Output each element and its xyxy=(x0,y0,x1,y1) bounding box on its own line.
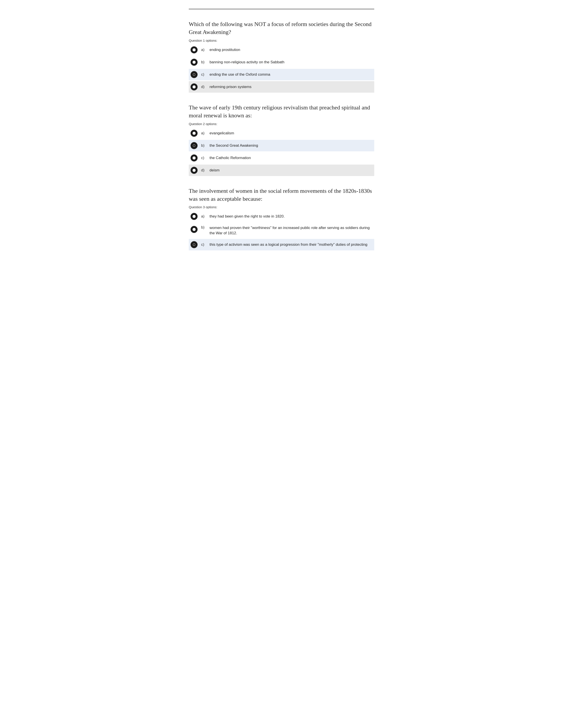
option-text-q3-1: women had proven their "worthiness" for … xyxy=(209,225,373,236)
question-label-q3: Question 3 options: xyxy=(189,205,374,209)
option-letter-q1-1: b) xyxy=(201,60,208,64)
radio-button-q1-0[interactable] xyxy=(190,46,197,53)
option-letter-q2-3: d) xyxy=(201,168,208,173)
option-letter-q2-2: c) xyxy=(201,156,208,160)
option-row-q3-1[interactable]: b)women had proven their "worthiness" fo… xyxy=(189,223,374,238)
option-text-q1-3: reforming prison systems xyxy=(209,84,373,90)
question-title-q1: Which of the following was NOT a focus o… xyxy=(189,20,374,36)
radio-button-q2-1[interactable] xyxy=(190,142,197,149)
option-letter-q1-2: c) xyxy=(201,72,208,77)
option-text-q1-0: ending prostitution xyxy=(209,47,373,53)
option-row-q3-0[interactable]: a)they had been given the right to vote … xyxy=(189,211,374,222)
question-block-q1: Which of the following was NOT a focus o… xyxy=(189,20,374,93)
option-letter-q3-2: c) xyxy=(201,242,208,247)
option-text-q1-2: ending the use of the Oxford comma xyxy=(209,72,373,77)
radio-button-q2-3[interactable] xyxy=(190,167,197,174)
option-text-q2-0: evangelicalism xyxy=(209,131,373,136)
option-text-q2-3: deism xyxy=(209,168,373,173)
option-row-q1-3[interactable]: d)reforming prison systems xyxy=(189,81,374,93)
option-letter-q1-0: a) xyxy=(201,48,208,52)
radio-button-q1-3[interactable] xyxy=(190,83,197,90)
option-row-q3-2[interactable]: c)this type of activism was seen as a lo… xyxy=(189,239,374,250)
option-letter-q2-1: b) xyxy=(201,143,208,148)
option-row-q2-2[interactable]: c)the Catholic Reformation xyxy=(189,152,374,164)
top-divider xyxy=(189,9,374,9)
question-label-q1: Question 1 options: xyxy=(189,39,374,42)
option-letter-q2-0: a) xyxy=(201,131,208,135)
question-title-q3: The involvement of women in the social r… xyxy=(189,187,374,203)
option-text-q3-0: they had been given the right to vote in… xyxy=(209,214,373,219)
question-block-q2: The wave of early 19th century religious… xyxy=(189,104,374,176)
option-row-q1-0[interactable]: a)ending prostitution xyxy=(189,44,374,56)
option-row-q2-3[interactable]: d)deism xyxy=(189,165,374,176)
radio-button-q3-1[interactable] xyxy=(190,226,197,233)
option-text-q2-2: the Catholic Reformation xyxy=(209,155,373,161)
option-text-q2-1: the Second Great Awakening xyxy=(209,143,373,148)
radio-button-q2-0[interactable] xyxy=(190,130,197,137)
radio-button-q3-0[interactable] xyxy=(190,213,197,220)
option-row-q2-0[interactable]: a)evangelicalism xyxy=(189,128,374,139)
option-row-q2-1[interactable]: b)the Second Great Awakening xyxy=(189,140,374,151)
option-letter-q3-0: a) xyxy=(201,214,208,219)
radio-button-q3-2[interactable] xyxy=(190,241,197,248)
question-block-q3: The involvement of women in the social r… xyxy=(189,187,374,250)
radio-button-q2-2[interactable] xyxy=(190,154,197,161)
option-row-q1-2[interactable]: c)ending the use of the Oxford comma xyxy=(189,69,374,80)
radio-button-q1-2[interactable] xyxy=(190,71,197,78)
radio-button-q1-1[interactable] xyxy=(190,59,197,66)
option-text-q3-2: this type of activism was seen as a logi… xyxy=(209,242,373,247)
option-letter-q1-3: d) xyxy=(201,85,208,89)
option-text-q1-1: banning non-religious activity on the Sa… xyxy=(209,60,373,65)
option-letter-q3-1: b) xyxy=(201,225,208,230)
option-row-q1-1[interactable]: b)banning non-religious activity on the … xyxy=(189,56,374,68)
question-title-q2: The wave of early 19th century religious… xyxy=(189,104,374,120)
question-label-q2: Question 2 options: xyxy=(189,122,374,126)
